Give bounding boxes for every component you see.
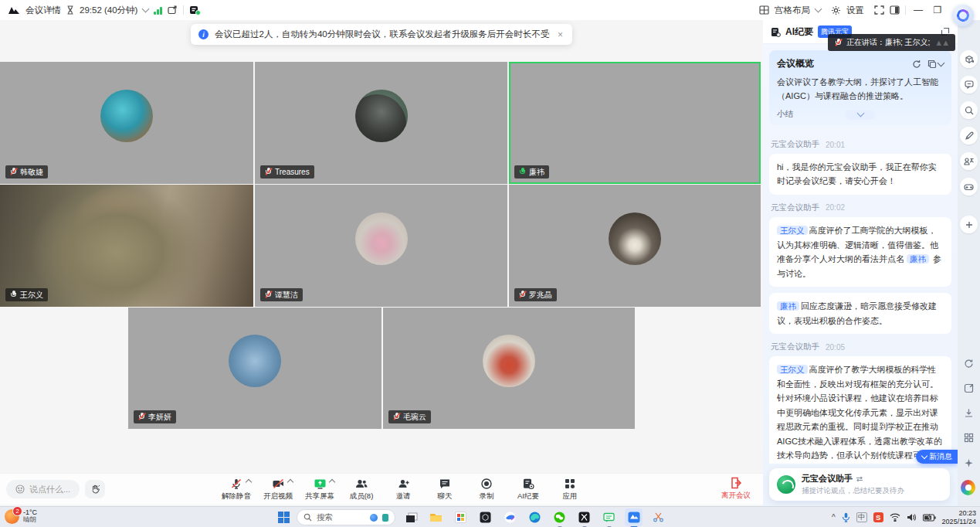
refresh-icon[interactable] bbox=[912, 60, 921, 69]
snipping-tool-button[interactable] bbox=[649, 508, 667, 526]
record-button[interactable]: 录制 bbox=[469, 476, 504, 502]
message-header: 元宝会议助手20:01 bbox=[771, 139, 950, 150]
recording-status-icon[interactable] bbox=[189, 5, 199, 15]
mic-status-icon bbox=[519, 291, 526, 299]
dock-widget-button[interactable] bbox=[961, 430, 976, 445]
dock-pen-button[interactable] bbox=[960, 127, 978, 144]
quick-chat-input[interactable]: 说点什么... bbox=[6, 480, 80, 498]
tray-volume-icon[interactable] bbox=[907, 513, 917, 522]
tray-wifi-icon[interactable] bbox=[890, 513, 900, 522]
dock-history-button[interactable] bbox=[961, 356, 976, 371]
dock-search-button[interactable] bbox=[960, 101, 978, 119]
ms-store-icon bbox=[455, 512, 466, 523]
switch-icon[interactable] bbox=[856, 476, 863, 482]
screenshot-icon bbox=[964, 383, 974, 393]
meeting-overview-card: 会议概览 会议评议了各教学大纲，并探讨了人工智能（AIGC）与课程融合的推进策略… bbox=[769, 50, 951, 125]
members-button[interactable]: 成员(8) bbox=[344, 476, 379, 502]
participant-name: Treasures bbox=[275, 168, 310, 176]
video-tile[interactable]: 李妍妍 bbox=[128, 308, 381, 429]
edge-icon bbox=[529, 512, 541, 523]
dock-sparkle-button[interactable] bbox=[961, 456, 976, 471]
message-app-button[interactable] bbox=[600, 508, 618, 526]
assistant-input-bar[interactable]: 元宝会议助手 捕捉讨论观点，总结纪要及待办 bbox=[769, 468, 950, 501]
tray-sogou-icon[interactable]: S bbox=[873, 512, 883, 522]
file-explorer-button[interactable] bbox=[427, 508, 445, 526]
copy-dropdown[interactable] bbox=[927, 60, 944, 69]
video-tile[interactable]: 廉祎 bbox=[509, 62, 761, 184]
video-tile[interactable]: 韩敬婕 bbox=[0, 62, 253, 184]
ms-store-button[interactable] bbox=[452, 508, 470, 526]
black-cube-app-button[interactable] bbox=[476, 508, 494, 526]
dock-comments-button[interactable] bbox=[960, 76, 978, 94]
qq-browser-button[interactable] bbox=[501, 508, 519, 526]
mention-chip[interactable]: 廉祎 bbox=[907, 254, 929, 264]
task-view-button[interactable] bbox=[402, 508, 420, 526]
unmute-button[interactable]: 解除静音 bbox=[219, 476, 254, 502]
video-tile[interactable]: Treasures bbox=[255, 62, 507, 184]
tray-mic-icon[interactable] bbox=[842, 512, 850, 522]
weather-widget[interactable]: 2 -1°C 晴朗 bbox=[5, 508, 37, 524]
xbox-button[interactable] bbox=[575, 508, 593, 526]
video-tile[interactable]: 王尔义 bbox=[0, 185, 253, 307]
apps-button[interactable]: 应用 bbox=[552, 476, 588, 502]
layout-chevron-icon[interactable] bbox=[815, 5, 822, 13]
dock-add-button[interactable] bbox=[960, 216, 978, 233]
raise-hand-button[interactable] bbox=[85, 480, 105, 498]
meeting-details-button[interactable]: 会议详情 bbox=[25, 5, 61, 16]
start-button[interactable] bbox=[278, 512, 290, 523]
mic-status-icon bbox=[519, 168, 526, 176]
dock-screenshot-button[interactable] bbox=[961, 381, 976, 396]
download-icon bbox=[964, 408, 974, 418]
layout-button[interactable]: 宫格布局 bbox=[775, 5, 810, 16]
camera-off-icon bbox=[272, 478, 285, 490]
tencent-meeting-taskbar-button[interactable] bbox=[625, 508, 643, 526]
wechat-button[interactable] bbox=[551, 508, 568, 526]
taskbar-clock[interactable]: 20:23 2025/11/24 bbox=[942, 509, 976, 526]
video-tile[interactable]: 谭慧洁 bbox=[255, 185, 507, 307]
share-options-caret-icon[interactable] bbox=[329, 479, 335, 485]
search-highlight-icon-2 bbox=[382, 514, 388, 522]
start-video-button[interactable]: 开启视频 bbox=[260, 476, 296, 502]
button-label: 聊天 bbox=[438, 491, 453, 502]
video-tile[interactable]: 罗兆晶 bbox=[509, 185, 761, 307]
video-options-caret-icon[interactable] bbox=[287, 479, 293, 485]
share-screen-button[interactable]: 共享屏幕 bbox=[302, 476, 337, 502]
mic-options-caret-icon[interactable] bbox=[246, 479, 252, 485]
yuanbao-floating-logo[interactable] bbox=[952, 5, 974, 26]
edge-button[interactable] bbox=[526, 508, 544, 526]
video-tile[interactable]: 毛琬云 bbox=[383, 308, 635, 429]
message-bubble: 王尔义高度评价了工商学院的大纲模板，认为其标准明确、逻辑清晰，值得借鉴。他准备分… bbox=[769, 217, 951, 287]
tray-ime-icon[interactable]: 中 bbox=[856, 512, 867, 522]
tray-chevron-up[interactable]: ^ bbox=[832, 513, 836, 522]
dock-game-button[interactable] bbox=[960, 178, 978, 196]
minimize-button[interactable]: — bbox=[911, 5, 925, 15]
maximize-button[interactable]: ❐ bbox=[931, 5, 944, 15]
chat-button[interactable]: 聊天 bbox=[427, 476, 463, 502]
side-panel-toggle-icon[interactable] bbox=[890, 5, 900, 15]
button-label: 解除静音 bbox=[222, 491, 251, 502]
taskbar-search[interactable]: 搜索 bbox=[297, 509, 395, 525]
message-time: 20:02 bbox=[826, 203, 845, 212]
mention-chip[interactable]: 王尔义 bbox=[777, 226, 808, 235]
message-list[interactable]: 元宝会议助手20:01hi，我是你的元宝会议助手，我正在帮你实时记录会议纪要，请… bbox=[763, 130, 958, 464]
dock-app-logo[interactable] bbox=[961, 480, 975, 495]
participant-nametag: 李妍妍 bbox=[134, 410, 176, 423]
new-message-chip[interactable]: 新消息 bbox=[916, 450, 958, 464]
collapse-button[interactable] bbox=[846, 110, 875, 120]
dock-translate-button[interactable] bbox=[960, 152, 978, 170]
dock-new-box-button[interactable] bbox=[960, 50, 978, 68]
share-window-icon[interactable] bbox=[168, 5, 178, 15]
tray-battery-icon[interactable] bbox=[923, 514, 936, 522]
meeting-timer[interactable]: 29:52 (40分钟) bbox=[80, 5, 137, 16]
timer-chevron-icon[interactable] bbox=[142, 5, 150, 13]
settings-button[interactable]: 设置 bbox=[846, 5, 864, 16]
members-icon bbox=[354, 478, 368, 490]
ai-notes-button[interactable]: AI纪要 bbox=[510, 476, 546, 502]
invite-button[interactable]: 邀请 bbox=[385, 476, 421, 502]
mention-chip[interactable]: 王尔义 bbox=[777, 365, 808, 374]
dock-download-button[interactable] bbox=[961, 406, 976, 420]
mention-chip[interactable]: 廉祎 bbox=[777, 301, 799, 311]
fullscreen-icon[interactable] bbox=[874, 5, 884, 15]
leave-meeting-button[interactable]: 离开会议 bbox=[721, 477, 751, 501]
banner-close-icon[interactable]: × bbox=[556, 29, 565, 40]
